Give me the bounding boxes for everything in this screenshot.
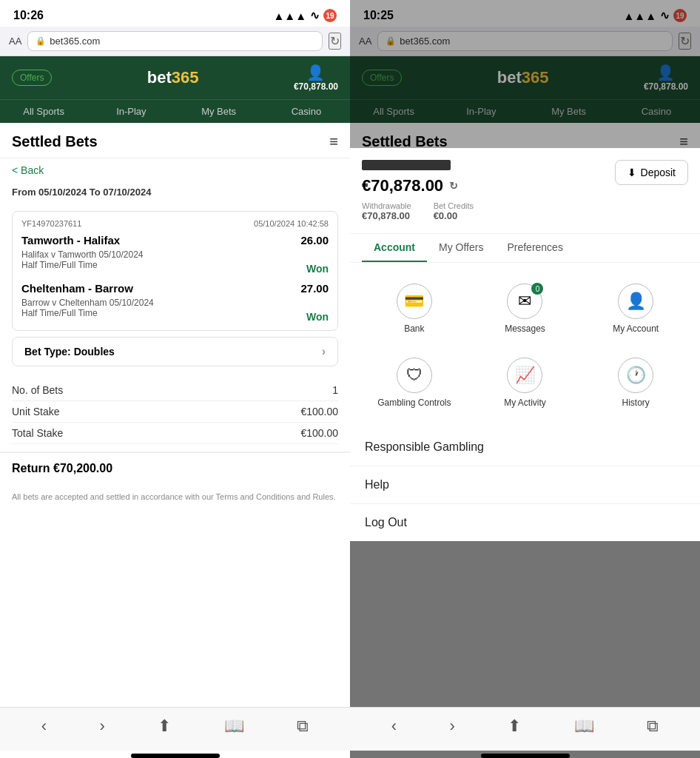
right-battery: 19	[673, 9, 687, 22]
left-bet-sub2b: Half Time/Full Time	[21, 308, 98, 323]
left-chevron-icon: ›	[322, 345, 326, 358]
left-page-title: Settled Bets	[12, 133, 98, 150]
history-icon: 🕐	[618, 358, 653, 393]
bank-label: Bank	[404, 323, 424, 334]
sub-balances: Withdrawable €70,878.00 Bet Credits €0.0…	[362, 201, 474, 221]
grid-item-gambling-controls[interactable]: 🛡 Gambling Controls	[362, 349, 467, 417]
account-menu-items: Responsible Gambling Help Log Out	[350, 429, 700, 541]
activity-icon: 📈	[507, 358, 542, 393]
left-bottom-bar: ‹ › ⬆ 📖 ⧉	[0, 707, 350, 751]
right-share-button[interactable]: ⬆	[508, 717, 521, 736]
deposit-button[interactable]: ⬇ Deposit	[615, 160, 688, 185]
withdrawable-item: Withdrawable €70,878.00	[362, 201, 411, 221]
right-app-header: Offers bet365 👤 €70,878.00	[350, 56, 700, 99]
grid-item-activity[interactable]: 📈 My Activity	[473, 349, 578, 417]
left-stat-unitstake-value: €100.00	[300, 406, 338, 417]
messages-badge: 0	[531, 283, 543, 295]
left-bet-match1: Tamworth - Halifax	[21, 234, 120, 246]
left-bet-match2: Cheltenham - Barrow	[21, 282, 133, 295]
account-panel: €70,878.00 ↻ Withdrawable €70,878.00 Bet…	[350, 148, 700, 541]
menu-responsible-gambling[interactable]: Responsible Gambling	[350, 429, 700, 466]
menu-logout[interactable]: Log Out	[350, 504, 700, 541]
right-nav-allsports[interactable]: All Sports	[350, 100, 437, 123]
left-back-link[interactable]: < Back	[0, 158, 350, 182]
menu-help[interactable]: Help	[350, 466, 700, 504]
right-logo: bet365	[497, 68, 549, 87]
masked-name-bar	[362, 160, 451, 170]
left-menu-icon[interactable]: ≡	[329, 133, 338, 150]
right-forward-button[interactable]: ›	[450, 717, 455, 736]
right-signal-icon: ▲▲▲	[623, 10, 656, 22]
left-status-icons: ▲▲▲ ∿ 19	[273, 9, 337, 22]
balance-refresh-icon[interactable]: ↻	[449, 180, 458, 192]
left-nav-bar: All Sports In-Play My Bets Casino	[0, 99, 350, 123]
left-back-button[interactable]: ‹	[41, 717, 47, 736]
left-url-bar[interactable]: 🔒 bet365.com	[27, 31, 323, 51]
left-tabs-button[interactable]: ⧉	[297, 717, 309, 736]
left-bookmarks-button[interactable]: 📖	[224, 717, 244, 736]
right-wifi-icon: ∿	[660, 9, 670, 22]
left-bet-card: YF14970237611 05/10/2024 10:42:58 Tamwor…	[12, 211, 338, 331]
left-offers-button[interactable]: Offers	[12, 70, 52, 86]
left-bet-sub2b-row: Half Time/Full Time Won	[21, 308, 329, 323]
left-account-area[interactable]: 👤 €70,878.00	[294, 64, 338, 92]
left-bet-sub2a: Barrow v Cheltenham 05/10/2024	[21, 298, 329, 308]
right-refresh-button[interactable]: ↻	[679, 33, 691, 50]
right-tabs-button[interactable]: ⧉	[647, 717, 659, 736]
right-url-bar[interactable]: 🔒 bet365.com	[377, 31, 673, 51]
left-bet-type[interactable]: Bet Type: Doubles ›	[12, 337, 338, 366]
left-bet-sub1b-row: Half Time/Full Time Won	[21, 260, 329, 275]
left-logo: bet365	[147, 68, 199, 87]
left-bet-ref-row: YF14970237611 05/10/2024 10:42:58	[21, 219, 329, 228]
left-aa[interactable]: AA	[9, 36, 21, 47]
right-status-icons: ▲▲▲ ∿ 19	[623, 9, 687, 22]
left-refresh-button[interactable]: ↻	[329, 33, 341, 50]
right-nav-mybets[interactable]: My Bets	[525, 100, 613, 123]
left-bet-sub1b: Half Time/Full Time	[21, 260, 98, 275]
right-back-button[interactable]: ‹	[391, 717, 397, 736]
left-stats-section: No. of Bets 1 Unit Stake €100.00 Total S…	[0, 372, 350, 452]
left-stat-totalstake: Total Stake €100.00	[12, 423, 338, 444]
account-tab-account[interactable]: Account	[362, 234, 427, 262]
bank-icon: 💳	[397, 284, 432, 319]
account-header: €70,878.00 ↻ Withdrawable €70,878.00 Bet…	[350, 148, 700, 234]
right-account-area[interactable]: 👤 €70,878.00	[644, 64, 688, 92]
left-nav-allsports[interactable]: All Sports	[0, 100, 87, 123]
left-battery: 19	[323, 9, 337, 22]
deposit-label: Deposit	[641, 167, 676, 178]
wifi-icon: ∿	[310, 9, 320, 22]
left-bet-type-label: Bet Type: Doubles	[24, 346, 115, 358]
right-browser-bar: AA 🔒 bet365.com ↻	[350, 27, 700, 56]
grid-item-myaccount[interactable]: 👤 My Account	[583, 275, 688, 343]
left-bet-sub1a: Halifax v Tamworth 05/10/2024	[21, 249, 329, 260]
left-bet-match1-row: Tamworth - Halifax 26.00	[21, 234, 329, 246]
left-nav-casino[interactable]: Casino	[263, 100, 350, 123]
grid-item-messages[interactable]: ✉ 0 Messages	[473, 275, 578, 343]
left-stat-nobets-value: 1	[332, 384, 338, 396]
right-lock-icon: 🔒	[386, 36, 396, 46]
left-nav-mybets[interactable]: My Bets	[175, 100, 263, 123]
right-bookmarks-button[interactable]: 📖	[574, 717, 594, 736]
right-offers-button[interactable]: Offers	[362, 70, 402, 86]
right-nav-inplay[interactable]: In-Play	[437, 100, 525, 123]
account-tab-myoffers[interactable]: My Offers	[427, 234, 495, 262]
right-time: 10:25	[363, 9, 394, 22]
left-home-indicator	[131, 754, 220, 758]
right-nav-casino[interactable]: Casino	[613, 100, 700, 123]
account-tab-preferences[interactable]: Preferences	[495, 234, 574, 262]
left-date-range: From 05/10/2024 To 07/10/2024	[0, 182, 350, 205]
withdrawable-label: Withdrawable	[362, 201, 411, 210]
gambling-controls-label: Gambling Controls	[377, 398, 451, 408]
myaccount-icon: 👤	[618, 284, 653, 319]
left-share-button[interactable]: ⬆	[158, 717, 171, 736]
left-stat-totalstake-label: Total Stake	[12, 427, 63, 439]
grid-item-history[interactable]: 🕐 History	[583, 349, 688, 417]
right-aa[interactable]: AA	[359, 36, 371, 47]
left-forward-button[interactable]: ›	[100, 717, 105, 736]
left-nav-inplay[interactable]: In-Play	[87, 100, 175, 123]
left-time: 10:26	[13, 9, 44, 22]
grid-item-bank[interactable]: 💳 Bank	[362, 275, 467, 343]
main-balance: €70,878.00 ↻	[362, 176, 474, 195]
right-phone: 10:25 ▲▲▲ ∿ 19 AA 🔒 bet365.com ↻ Offers …	[350, 0, 700, 758]
main-balance-value: €70,878.00	[362, 176, 443, 195]
